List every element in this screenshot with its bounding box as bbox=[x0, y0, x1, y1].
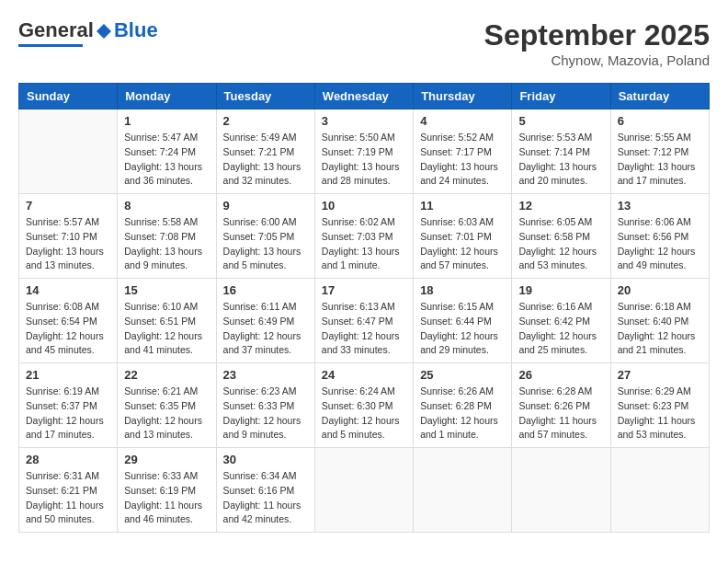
day-info-line: Sunset: 6:44 PM bbox=[420, 316, 492, 327]
day-info-line: Daylight: 12 hours bbox=[322, 330, 400, 341]
day-info: Sunrise: 6:11 AMSunset: 6:49 PMDaylight:… bbox=[223, 300, 308, 358]
day-number: 16 bbox=[223, 283, 308, 297]
calendar-week-row: 21Sunrise: 6:19 AMSunset: 6:37 PMDayligh… bbox=[19, 363, 710, 448]
day-info-line: Sunrise: 5:58 AM bbox=[124, 216, 198, 227]
day-info-line: and 5 minutes. bbox=[223, 259, 287, 270]
day-info-line: and 37 minutes. bbox=[223, 344, 292, 355]
day-info-line: Sunset: 6:54 PM bbox=[26, 316, 97, 327]
day-info-line: Sunrise: 6:28 AM bbox=[518, 385, 592, 396]
day-info: Sunrise: 6:26 AMSunset: 6:28 PMDaylight:… bbox=[420, 385, 505, 442]
day-info-line: Sunset: 7:24 PM bbox=[124, 146, 196, 157]
day-number: 20 bbox=[618, 283, 702, 297]
calendar-cell: 2Sunrise: 5:49 AMSunset: 7:21 PMDaylight… bbox=[216, 109, 314, 194]
day-info-line: Sunset: 7:05 PM bbox=[223, 231, 295, 242]
day-info: Sunrise: 5:55 AMSunset: 7:12 PMDaylight:… bbox=[618, 131, 702, 189]
day-number: 8 bbox=[124, 199, 209, 213]
day-info-line: Sunrise: 6:29 AM bbox=[618, 385, 691, 396]
day-info: Sunrise: 5:52 AMSunset: 7:17 PMDaylight:… bbox=[420, 131, 505, 189]
day-info-line: Daylight: 12 hours bbox=[518, 246, 597, 257]
day-info-line: Sunset: 7:08 PM bbox=[124, 231, 196, 242]
day-info: Sunrise: 5:53 AMSunset: 7:14 PMDaylight:… bbox=[518, 131, 603, 189]
calendar-cell: 7Sunrise: 5:57 AMSunset: 7:10 PMDaylight… bbox=[19, 194, 118, 279]
calendar-cell: 22Sunrise: 6:21 AMSunset: 6:35 PMDayligh… bbox=[118, 363, 216, 448]
day-info-line: Daylight: 12 hours bbox=[124, 415, 202, 426]
day-info-line: and 57 minutes. bbox=[420, 259, 489, 270]
calendar-cell: 18Sunrise: 6:15 AMSunset: 6:44 PMDayligh… bbox=[414, 279, 512, 363]
calendar-header: SundayMondayTuesdayWednesdayThursdayFrid… bbox=[19, 84, 710, 109]
day-info-line: Sunrise: 6:23 AM bbox=[223, 385, 297, 396]
calendar-cell: 26Sunrise: 6:28 AMSunset: 6:26 PMDayligh… bbox=[512, 363, 610, 448]
day-info-line: Daylight: 13 hours bbox=[26, 246, 104, 257]
day-info-line: Sunset: 6:30 PM bbox=[322, 400, 393, 411]
day-info-line: Sunrise: 6:34 AM bbox=[223, 470, 297, 481]
day-info: Sunrise: 6:34 AMSunset: 6:16 PMDaylight:… bbox=[223, 469, 308, 527]
calendar-week-row: 1Sunrise: 5:47 AMSunset: 7:24 PMDaylight… bbox=[19, 109, 710, 194]
day-info-line: Sunset: 6:56 PM bbox=[618, 231, 689, 242]
day-number: 18 bbox=[420, 283, 505, 297]
day-info-line: Sunrise: 6:03 AM bbox=[420, 216, 494, 227]
day-info-line: Daylight: 13 hours bbox=[322, 161, 400, 172]
day-info-line: Sunset: 6:28 PM bbox=[420, 400, 492, 411]
day-number: 27 bbox=[618, 368, 702, 382]
day-info-line: Daylight: 12 hours bbox=[26, 415, 104, 426]
calendar-cell: 23Sunrise: 6:23 AMSunset: 6:33 PMDayligh… bbox=[216, 363, 314, 448]
day-info-line: and 36 minutes. bbox=[124, 175, 193, 186]
logo-underline bbox=[18, 44, 83, 47]
day-info-line: Daylight: 11 hours bbox=[618, 415, 696, 426]
day-info-line: Sunset: 7:12 PM bbox=[618, 146, 689, 157]
day-info-line: Sunset: 6:16 PM bbox=[223, 485, 295, 496]
day-info: Sunrise: 6:21 AMSunset: 6:35 PMDaylight:… bbox=[124, 385, 209, 442]
day-info-line: Sunset: 6:37 PM bbox=[26, 400, 97, 411]
day-number: 19 bbox=[518, 283, 603, 297]
day-info: Sunrise: 6:18 AMSunset: 6:40 PMDaylight:… bbox=[618, 300, 702, 358]
day-info-line: Daylight: 13 hours bbox=[322, 246, 400, 257]
calendar-cell bbox=[314, 448, 413, 533]
day-info-line: Sunset: 7:14 PM bbox=[518, 146, 590, 157]
day-info-line: Daylight: 13 hours bbox=[518, 161, 597, 172]
day-number: 24 bbox=[322, 368, 406, 382]
day-info: Sunrise: 6:23 AMSunset: 6:33 PMDaylight:… bbox=[223, 385, 308, 442]
day-info: Sunrise: 6:28 AMSunset: 6:26 PMDaylight:… bbox=[518, 385, 603, 442]
calendar-cell: 24Sunrise: 6:24 AMSunset: 6:30 PMDayligh… bbox=[314, 363, 413, 448]
weekday-header: Friday bbox=[512, 84, 610, 109]
day-number: 17 bbox=[322, 283, 406, 297]
day-info: Sunrise: 6:08 AMSunset: 6:54 PMDaylight:… bbox=[26, 300, 110, 358]
calendar-cell: 1Sunrise: 5:47 AMSunset: 7:24 PMDaylight… bbox=[118, 109, 216, 194]
calendar-cell: 28Sunrise: 6:31 AMSunset: 6:21 PMDayligh… bbox=[19, 448, 118, 533]
day-number: 26 bbox=[518, 368, 603, 382]
day-info-line: Sunrise: 6:05 AM bbox=[518, 216, 592, 227]
day-info: Sunrise: 6:31 AMSunset: 6:21 PMDaylight:… bbox=[26, 469, 110, 527]
day-info: Sunrise: 5:47 AMSunset: 7:24 PMDaylight:… bbox=[124, 131, 209, 189]
day-info-line: and 53 minutes. bbox=[518, 259, 587, 270]
day-info-line: Sunrise: 6:18 AM bbox=[618, 301, 691, 312]
day-info-line: and 21 minutes. bbox=[618, 344, 687, 355]
day-info-line: Daylight: 12 hours bbox=[26, 330, 104, 341]
calendar-cell bbox=[414, 448, 512, 533]
day-info-line: Sunrise: 5:49 AM bbox=[223, 132, 297, 143]
day-number: 28 bbox=[26, 453, 110, 466]
day-info-line: Sunrise: 6:31 AM bbox=[26, 470, 99, 481]
day-info-line: Daylight: 12 hours bbox=[124, 330, 202, 341]
day-info-line: Daylight: 12 hours bbox=[420, 415, 498, 426]
day-info-line: and 29 minutes. bbox=[420, 344, 489, 355]
day-number: 7 bbox=[26, 199, 110, 213]
weekday-header: Sunday bbox=[19, 84, 118, 109]
day-info-line: Sunrise: 5:55 AM bbox=[618, 132, 691, 143]
day-info-line: and 53 minutes. bbox=[618, 429, 687, 440]
calendar-body: 1Sunrise: 5:47 AMSunset: 7:24 PMDaylight… bbox=[19, 109, 710, 533]
title-section: September 2025 Chynow, Mazovia, Poland bbox=[484, 18, 710, 68]
day-info-line: Sunset: 6:42 PM bbox=[518, 316, 590, 327]
logo: GeneralBlue bbox=[18, 18, 158, 47]
day-number: 30 bbox=[223, 453, 308, 466]
day-info-line: Daylight: 12 hours bbox=[518, 330, 597, 341]
day-info-line: and 1 minute. bbox=[322, 259, 381, 270]
day-number: 5 bbox=[518, 114, 603, 128]
calendar-cell bbox=[19, 109, 118, 194]
day-info-line: Daylight: 12 hours bbox=[322, 415, 400, 426]
calendar-cell: 25Sunrise: 6:26 AMSunset: 6:28 PMDayligh… bbox=[414, 363, 512, 448]
day-info-line: Sunset: 6:35 PM bbox=[124, 400, 196, 411]
calendar-cell: 20Sunrise: 6:18 AMSunset: 6:40 PMDayligh… bbox=[610, 279, 709, 363]
day-number: 14 bbox=[26, 283, 110, 297]
calendar-cell bbox=[512, 448, 610, 533]
day-info: Sunrise: 6:06 AMSunset: 6:56 PMDaylight:… bbox=[618, 215, 702, 273]
